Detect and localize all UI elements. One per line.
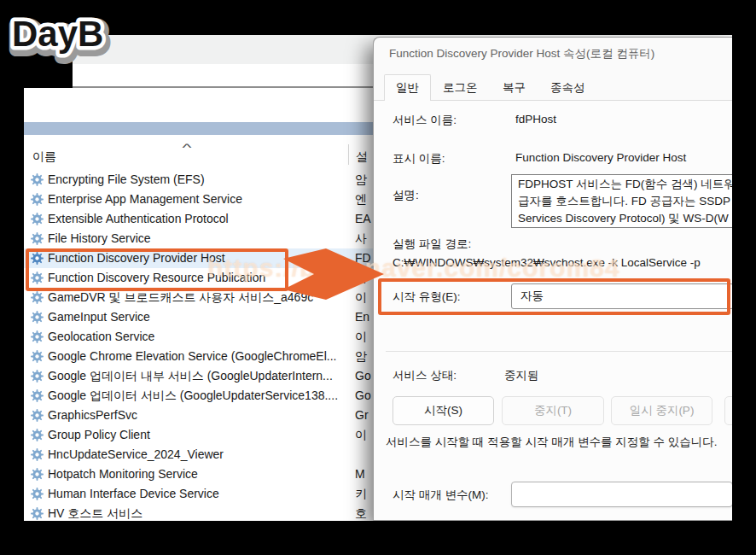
service-gear-icon [31, 429, 44, 444]
screenshot-canvas: 이름 ^ 설 Encrypting File System (EFS)암Ente… [0, 0, 756, 555]
separator [386, 351, 732, 352]
service-gear-icon [31, 448, 44, 464]
column-header-description[interactable]: 설 [356, 149, 368, 165]
annotation-arrow-right-icon [283, 245, 386, 303]
service-name[interactable]: GraphicsPerfSvc [48, 408, 137, 422]
start-params-hint: 서비스를 시작할 때 적용할 시작 매개 변수를 지정할 수 있습니다. [386, 435, 732, 450]
service-status-label: 서비스 상태: [393, 368, 457, 383]
display-name-label: 표시 이름: [393, 151, 445, 166]
dayb-logo: DayB DayB DayB [3, 5, 114, 65]
service-gear-icon [31, 232, 44, 248]
pause-button[interactable]: 일시 중지(P) [611, 396, 712, 425]
service-name[interactable]: HncUpdateService_2024_Viewer [48, 447, 224, 461]
service-name-value: fdPHost [515, 113, 556, 126]
stop-button[interactable]: 중지(T) [502, 396, 604, 425]
service-name[interactable]: Human Interface Device Service [48, 487, 219, 500]
service-name[interactable]: Extensible Authentication Protocol [48, 212, 229, 225]
start-params-label: 시작 매개 변수(M): [393, 488, 489, 503]
service-name[interactable]: Encrypting File System (EFS) [48, 172, 205, 186]
sort-ascending-icon: ^ [183, 141, 192, 154]
annotation-box-startup-type [378, 278, 730, 315]
description-line: FDPHOST 서비스는 FD(함수 검색) 네트워 [518, 176, 726, 193]
resume-button-clipped[interactable]: 계속(R) [724, 396, 732, 425]
service-name[interactable]: Google 업데이터 서비스 (GoogleUpdaterService138… [48, 388, 338, 404]
service-gear-icon [31, 330, 44, 346]
description-label: 설명: [393, 188, 419, 203]
service-gear-icon [31, 350, 44, 365]
service-gear-icon [31, 468, 44, 483]
service-gear-icon [31, 311, 44, 326]
column-divider[interactable] [348, 144, 349, 165]
start-button[interactable]: 시작(S) [393, 396, 494, 425]
service-name[interactable]: HV 호스트 서비스 [48, 506, 142, 521]
service-gear-icon [31, 507, 44, 521]
service-name[interactable]: Enterprise App Management Service [48, 192, 242, 206]
description-line: 급자를 호스트합니다. FD 공급자는 SSDP [518, 193, 726, 210]
service-gear-icon [31, 409, 44, 424]
display-name-value: Function Discovery Provider Host [515, 151, 686, 164]
dialog-title: Function Discovery Provider Host 속성(로컬 컴… [389, 46, 654, 61]
service-gear-icon [31, 389, 44, 405]
exe-path-value: C:₩WINDOWS₩system32₩svchost.exe -k Local… [393, 256, 701, 269]
tab-0[interactable]: 일반 [384, 74, 431, 101]
tab-2[interactable]: 복구 [491, 76, 537, 101]
service-name[interactable]: Google Chrome Elevation Service (GoogleC… [48, 349, 337, 363]
tab-3[interactable]: 종속성 [539, 76, 596, 101]
start-params-input[interactable] [511, 482, 732, 507]
service-gear-icon [31, 173, 44, 189]
service-gear-icon [31, 193, 44, 208]
service-name[interactable]: Geolocation Service [48, 330, 154, 343]
service-status-value: 중지됨 [504, 368, 539, 383]
service-gear-icon [31, 370, 44, 385]
tab-1[interactable]: 로그온 [432, 76, 489, 101]
description-textbox[interactable]: FDPHOST 서비스는 FD(함수 검색) 네트워급자를 호스트합니다. FD… [511, 174, 732, 228]
description-line: Services Discovery Protocol) 및 WS-D(W [518, 210, 726, 227]
service-name[interactable]: Hotpatch Monitoring Service [48, 467, 198, 481]
annotation-box-service-rows [26, 248, 288, 291]
service-gear-icon [31, 291, 44, 307]
column-header-name[interactable]: 이름 [32, 149, 56, 165]
service-gear-icon [31, 488, 44, 503]
service-name[interactable]: GameDVR 및 브로드캐스트 사용자 서비스_a469c [48, 290, 313, 306]
svg-text:DayB: DayB [12, 14, 103, 54]
service-name[interactable]: GameInput Service [48, 310, 150, 324]
service-name[interactable]: Group Policy Client [48, 428, 150, 441]
service-name-label: 서비스 이름: [393, 113, 457, 128]
service-gear-icon [31, 213, 44, 228]
service-name[interactable]: File History Service [48, 231, 151, 245]
exe-path-label: 실행 파일 경로: [393, 237, 471, 252]
dialog-tabstrip: 일반로그온복구종속성 [374, 74, 732, 101]
service-name[interactable]: Google 업데이터 내부 서비스 (GoogleUpdaterIntern.… [48, 369, 333, 384]
